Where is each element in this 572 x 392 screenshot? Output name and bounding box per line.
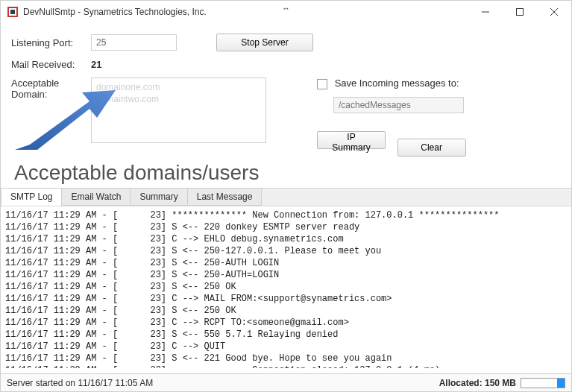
annotation-caption: Acceptable domains/users <box>14 161 561 185</box>
close-button[interactable] <box>537 1 571 23</box>
tab-bar: SMTP Log Email Watch Summary Last Messag… <box>1 188 571 206</box>
save-path-input[interactable] <box>333 97 464 113</box>
window-title: DevNullSmtp - Synametrics Technologies, … <box>23 7 468 17</box>
save-label: Save Incoming messages to: <box>335 78 459 89</box>
domain-hint-1: domainone.com <box>96 81 261 93</box>
domain-hint-2: domaintwo.com <box>96 93 261 105</box>
domain-label: Acceptable Domain: <box>11 78 91 100</box>
svg-rect-2 <box>10 10 15 14</box>
tab-email-watch[interactable]: Email Watch <box>61 189 131 206</box>
log-area[interactable]: 11/16/17 11:29 AM - [ 23] **************… <box>1 206 571 368</box>
app-icon <box>7 6 19 18</box>
mail-label: Mail Received: <box>11 59 91 70</box>
resize-grabber-icon[interactable]: ↔ <box>282 4 290 13</box>
save-row: Save Incoming messages to: <box>317 78 561 89</box>
stop-server-button[interactable]: Stop Server <box>216 34 313 51</box>
status-bar: Server started on 11/16/17 11:05 AM Allo… <box>1 373 571 391</box>
port-input[interactable] <box>91 34 177 51</box>
mail-count: 21 <box>91 59 101 70</box>
domain-input[interactable]: domainone.com domaintwo.com <box>91 78 266 143</box>
svg-rect-4 <box>517 9 524 16</box>
minimize-button[interactable] <box>468 1 503 23</box>
clear-button[interactable]: Clear <box>397 139 466 157</box>
port-label: Listening Port: <box>11 37 91 48</box>
alloc-text: Allocated: 150 MB <box>439 378 516 388</box>
save-checkbox[interactable] <box>317 79 327 89</box>
tab-smtp-log[interactable]: SMTP Log <box>1 189 62 206</box>
status-text: Server started on 11/16/17 11:05 AM <box>7 378 153 388</box>
ip-summary-button[interactable]: IP Summary <box>317 131 386 149</box>
tab-summary[interactable]: Summary <box>130 189 187 206</box>
tab-last-message[interactable]: Last Message <box>187 189 263 206</box>
memory-bar <box>521 378 565 388</box>
maximize-button[interactable] <box>503 1 537 23</box>
